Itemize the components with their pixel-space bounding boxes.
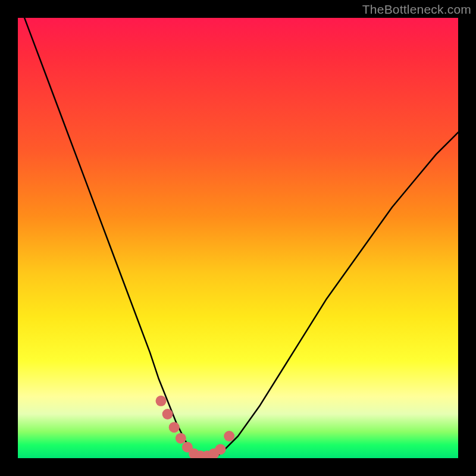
highlight-dot [215, 444, 226, 455]
highlight-dot [162, 409, 173, 419]
plot-area [18, 18, 458, 458]
watermark-text: TheBottleneck.com [362, 2, 471, 17]
bottleneck-curve [18, 18, 458, 458]
highlight-dot [156, 396, 167, 406]
chart-svg [18, 18, 458, 458]
highlight-dot [176, 433, 186, 444]
highlight-dot [169, 422, 180, 433]
outer-frame: TheBottleneck.com [0, 0, 476, 476]
highlight-dot [224, 431, 234, 441]
